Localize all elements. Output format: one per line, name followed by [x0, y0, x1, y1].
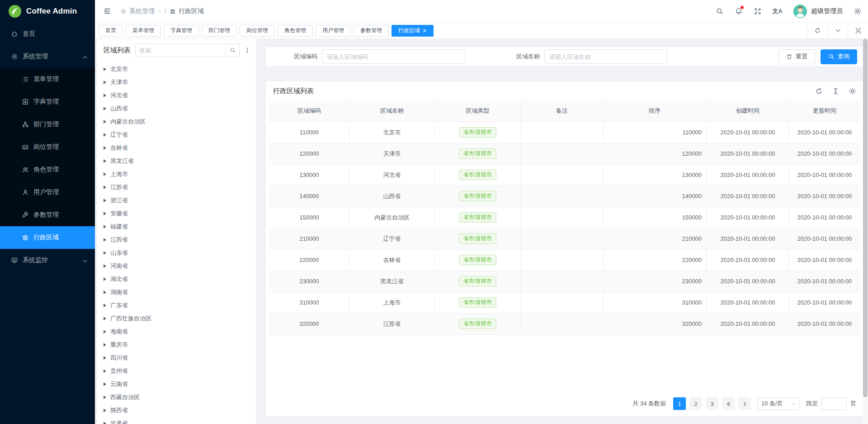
breadcrumb-parent[interactable]: 系统管理 — [120, 7, 161, 15]
fullscreen-icon[interactable] — [754, 7, 762, 15]
tree-item[interactable]: 辽宁省 — [97, 128, 256, 141]
table-row[interactable]: 320000 江苏省 省市/直辖市 320000 2020-10-01 00:0… — [269, 313, 860, 334]
tree-item[interactable]: 河北省 — [97, 89, 256, 102]
tree-item[interactable]: 甘肃省 — [97, 417, 256, 424]
tree-item[interactable]: 上海市 — [97, 167, 256, 181]
table-row[interactable]: 150000 内蒙古自治区 省市/直辖市 150000 2020-10-01 0… — [269, 207, 860, 228]
caret-right-icon[interactable] — [104, 369, 106, 373]
tree-item[interactable]: 浙江省 — [97, 194, 256, 207]
tree-item[interactable]: 湖北省 — [97, 272, 256, 286]
sidebar-item-3[interactable]: 字典管理 — [0, 91, 95, 113]
sidebar-fold-button[interactable] — [100, 5, 114, 18]
settings-gear-icon[interactable] — [854, 7, 862, 15]
caret-right-icon[interactable] — [104, 186, 106, 189]
sidebar-item-10[interactable]: 系统监控 — [0, 249, 95, 272]
tree-item[interactable]: 湖南省 — [97, 286, 256, 299]
window-scrollbar[interactable] — [863, 39, 868, 424]
tree-item[interactable]: 山东省 — [97, 246, 256, 259]
page-button-2[interactable]: 2 — [689, 397, 702, 410]
caret-right-icon[interactable] — [104, 199, 106, 202]
caret-right-icon[interactable] — [104, 251, 106, 255]
caret-right-icon[interactable] — [104, 356, 106, 360]
tab-7[interactable]: 参数管理 — [354, 25, 389, 37]
sidebar-item-2[interactable]: 菜单管理 — [0, 68, 95, 91]
caret-right-icon[interactable] — [104, 291, 106, 294]
sidebar-item-6[interactable]: 角色管理 — [0, 158, 95, 181]
tree-item[interactable]: 北京市 — [97, 62, 256, 76]
tree-search-input[interactable] — [136, 44, 226, 57]
tree-item[interactable]: 广东省 — [97, 299, 256, 312]
tab-6[interactable]: 用户管理 — [316, 25, 351, 37]
translate-icon[interactable]: 文A — [773, 7, 783, 15]
caret-right-icon[interactable] — [104, 212, 106, 215]
page-button-4[interactable]: 4 — [722, 397, 735, 410]
notification-bell-icon[interactable] — [735, 7, 743, 15]
tree-item[interactable]: 福建省 — [97, 220, 256, 233]
sidebar-item-7[interactable]: 用户管理 — [0, 181, 95, 204]
table-row[interactable]: 130000 河北省 省市/直辖市 130000 2020-10-01 00:0… — [269, 164, 860, 186]
jump-to-input[interactable] — [821, 397, 847, 410]
table-row[interactable]: 120000 天津市 省市/直辖市 120000 2020-10-01 00:0… — [269, 143, 860, 164]
table-row[interactable]: 220000 吉林省 省市/直辖市 220000 2020-10-01 00:0… — [269, 249, 860, 271]
tree-item[interactable]: 贵州省 — [97, 364, 256, 377]
table-row[interactable]: 210000 辽宁省 省市/直辖市 210000 2020-10-01 00:0… — [269, 228, 860, 249]
caret-right-icon[interactable] — [104, 330, 106, 333]
tab-2[interactable]: 字典管理 — [164, 25, 199, 37]
sidebar-item-8[interactable]: 参数管理 — [0, 204, 95, 226]
caret-right-icon[interactable] — [104, 120, 106, 124]
query-button[interactable]: 查询 — [821, 49, 857, 64]
tab-0[interactable]: 首页 — [99, 25, 123, 37]
tree-search-button[interactable] — [226, 44, 239, 57]
caret-right-icon[interactable] — [104, 159, 106, 163]
region-code-input[interactable] — [322, 49, 466, 64]
caret-right-icon[interactable] — [104, 343, 106, 347]
tree-item[interactable]: 山西省 — [97, 102, 256, 115]
caret-right-icon[interactable] — [104, 422, 106, 424]
sidebar-item-4[interactable]: 部门管理 — [0, 113, 95, 136]
table-row[interactable]: 110000 北京市 省市/直辖市 110000 2020-10-01 00:0… — [269, 122, 860, 143]
tree-item[interactable]: 黑龙江省 — [97, 154, 256, 167]
caret-right-icon[interactable] — [104, 304, 106, 307]
column-settings-gear-icon[interactable] — [849, 87, 856, 95]
caret-right-icon[interactable] — [104, 67, 106, 71]
tree-item[interactable]: 陕西省 — [97, 404, 256, 417]
sidebar-item-9[interactable]: 行政区域 — [0, 226, 95, 249]
table-row[interactable]: 230000 黑龙江省 省市/直辖市 230000 2020-10-01 00:… — [269, 271, 860, 292]
tab-4[interactable]: 岗位管理 — [240, 25, 275, 37]
caret-right-icon[interactable] — [104, 317, 106, 320]
tree-item[interactable]: 四川省 — [97, 351, 256, 364]
maximize-content-button[interactable] — [848, 23, 868, 38]
close-icon[interactable] — [423, 29, 427, 33]
refresh-icon[interactable] — [815, 87, 823, 95]
tree-item[interactable]: 天津市 — [97, 76, 256, 89]
caret-right-icon[interactable] — [104, 172, 106, 176]
tree-item[interactable]: 安徽省 — [97, 207, 256, 220]
caret-right-icon[interactable] — [104, 264, 106, 268]
tab-8[interactable]: 行政区域 — [392, 25, 434, 37]
caret-right-icon[interactable] — [104, 107, 106, 110]
tree-item[interactable]: 河南省 — [97, 259, 256, 272]
tab-5[interactable]: 角色管理 — [278, 25, 313, 37]
search-icon[interactable] — [716, 7, 724, 15]
reset-button[interactable]: 重置 — [778, 49, 815, 64]
tree-more-menu-button[interactable] — [244, 47, 250, 54]
sidebar-item-1[interactable]: 系统管理 — [0, 45, 95, 68]
caret-right-icon[interactable] — [104, 133, 106, 137]
tree-item[interactable]: 广西壮族自治区 — [97, 312, 256, 325]
table-row[interactable]: 140000 山西省 省市/直辖市 140000 2020-10-01 00:0… — [269, 186, 860, 207]
next-page-button[interactable] — [738, 397, 751, 410]
caret-right-icon[interactable] — [104, 94, 106, 97]
tree-item[interactable]: 重庆市 — [97, 338, 256, 351]
tab-list-dropdown-button[interactable] — [827, 23, 848, 38]
caret-right-icon[interactable] — [104, 409, 106, 412]
caret-right-icon[interactable] — [104, 81, 106, 84]
tab-1[interactable]: 菜单管理 — [126, 25, 161, 37]
page-button-1[interactable]: 1 — [673, 397, 686, 410]
caret-right-icon[interactable] — [104, 277, 106, 281]
tree-item[interactable]: 江苏省 — [97, 181, 256, 194]
tree-item[interactable]: 西藏自治区 — [97, 391, 256, 404]
scrollbar-thumb[interactable] — [863, 39, 868, 397]
sidebar-item-5[interactable]: 岗位管理 — [0, 136, 95, 158]
page-size-select[interactable]: 10 条/页 — [757, 397, 800, 410]
tree-item[interactable]: 海南省 — [97, 325, 256, 338]
